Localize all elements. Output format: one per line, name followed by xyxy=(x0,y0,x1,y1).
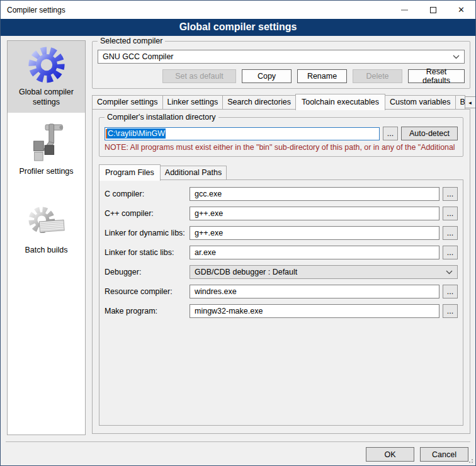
field-row-linker-static: Linker for static libs: ... xyxy=(105,246,458,259)
main-panel: Selected compiler GNU GCC Compiler Set a… xyxy=(92,40,470,434)
tab-linker-settings[interactable]: Linker settings xyxy=(162,95,224,110)
tab-scroll-controls: ◂ ▸ xyxy=(465,96,476,110)
debugger-select-value: GDB/CDB debugger : Default xyxy=(195,268,442,276)
field-label: C++ compiler: xyxy=(105,209,186,218)
auto-detect-button[interactable]: Auto-detect xyxy=(401,127,458,140)
gear-blue-icon xyxy=(27,45,66,84)
sidebar-item-profiler-settings[interactable]: Profiler settings xyxy=(8,118,85,183)
tab-compiler-settings[interactable]: Compiler settings xyxy=(92,95,163,110)
arrow-left-icon: ◂ xyxy=(468,99,472,106)
browse-directory-button[interactable]: ... xyxy=(383,127,398,140)
subtab-program-files[interactable]: Program Files xyxy=(99,164,161,181)
field-row-debugger: Debugger: GDB/CDB debugger : Default xyxy=(105,265,458,279)
program-files-panel: C compiler: ... C++ compiler: ... Linker… xyxy=(99,179,463,426)
cancel-button[interactable]: Cancel xyxy=(420,447,468,462)
field-label: Linker for static libs: xyxy=(105,248,186,257)
ok-button[interactable]: OK xyxy=(366,447,414,462)
c-compiler-input[interactable] xyxy=(190,187,439,201)
profiler-icon xyxy=(27,122,66,164)
browse-button[interactable]: ... xyxy=(443,207,458,220)
field-row-make-program: Make program: ... xyxy=(105,304,458,318)
tab-search-directories[interactable]: Search directories xyxy=(222,95,296,110)
browse-button[interactable]: ... xyxy=(443,246,458,259)
debugger-select[interactable]: GDB/CDB debugger : Default xyxy=(190,265,458,279)
maximize-button[interactable] xyxy=(419,1,447,19)
resize-grip-icon[interactable] xyxy=(467,457,473,463)
chevron-down-icon xyxy=(453,55,460,59)
page-title: Global compiler settings xyxy=(1,19,475,36)
tab-scroll-left-button[interactable]: ◂ xyxy=(465,96,476,108)
copy-button[interactable]: Copy xyxy=(242,69,292,83)
batch-builds-icon xyxy=(27,203,66,242)
sidebar-item-label: Batch builds xyxy=(25,246,67,256)
field-label: Resource compiler: xyxy=(105,287,186,296)
selected-path-text: C:\raylib\MinGW xyxy=(107,128,166,139)
field-label: Make program: xyxy=(105,307,186,315)
browse-button[interactable]: ... xyxy=(443,187,458,201)
close-button[interactable]: ✕ xyxy=(447,1,475,19)
note-text: NOTE: All programs must exist either in … xyxy=(105,143,458,152)
field-row-c-compiler: C compiler: ... xyxy=(105,187,458,201)
field-row-resource-compiler: Resource compiler: ... xyxy=(105,285,458,298)
compiler-settings-dialog: Compiler settings ✕ Global compiler sett… xyxy=(0,0,476,466)
footer-separator xyxy=(6,441,470,442)
subtab-additional-paths[interactable]: Additional Paths xyxy=(160,166,227,180)
set-as-default-button[interactable]: Set as default xyxy=(162,69,236,83)
install-dir-groupbox: Compiler's installation directory C:\ray… xyxy=(99,117,463,157)
browse-button[interactable]: ... xyxy=(443,226,458,240)
tab-toolchain-executables[interactable]: Toolchain executables xyxy=(295,94,385,110)
compiler-select[interactable]: GNU GCC Compiler xyxy=(98,50,465,64)
minimize-icon xyxy=(401,9,408,11)
make-program-input[interactable] xyxy=(190,304,439,318)
sidebar-item-batch-builds[interactable]: Batch builds xyxy=(8,199,85,261)
settings-tabstrip: Compiler settings Linker settings Search… xyxy=(92,94,470,110)
install-dir-row: C:\raylib\MinGW ... Auto-detect xyxy=(105,127,458,140)
browse-button[interactable]: ... xyxy=(443,285,458,298)
reset-defaults-button[interactable]: Reset defaults xyxy=(408,69,465,83)
program-files-tabstrip: Program Files Additional Paths xyxy=(99,165,463,180)
resource-compiler-input[interactable] xyxy=(190,285,439,298)
compiler-select-value: GNU GCC Compiler xyxy=(103,52,449,61)
linker-static-input[interactable] xyxy=(190,246,439,259)
tab-build-options[interactable]: Build xyxy=(455,95,465,110)
sidebar-item-label: Global compiler settings xyxy=(10,88,82,107)
titlebar: Compiler settings ✕ xyxy=(1,1,475,19)
group-label: Selected compiler xyxy=(98,37,165,45)
field-row-linker-dynamic: Linker for dynamic libs: ... xyxy=(105,226,458,240)
sidebar-item-label: Profiler settings xyxy=(19,167,73,177)
toolchain-executables-tabpage: Compiler's installation directory C:\ray… xyxy=(92,109,470,434)
field-row-cpp-compiler: C++ compiler: ... xyxy=(105,207,458,220)
field-label: C compiler: xyxy=(105,190,186,198)
installation-directory-input[interactable]: C:\raylib\MinGW xyxy=(105,127,380,140)
field-label: Linker for dynamic libs: xyxy=(105,229,186,237)
selected-compiler-groupbox: Selected compiler GNU GCC Compiler Set a… xyxy=(92,41,470,89)
field-label: Debugger: xyxy=(105,268,186,276)
group-label: Compiler's installation directory xyxy=(105,113,218,122)
sidebar: Global compiler settings Profiler settin… xyxy=(7,40,86,435)
compiler-actions: Set as default Copy Rename Delete Reset … xyxy=(98,69,465,83)
browse-button[interactable]: ... xyxy=(443,304,458,318)
sidebar-item-global-compiler-settings[interactable]: Global compiler settings xyxy=(8,41,85,113)
close-icon: ✕ xyxy=(458,6,465,14)
maximize-icon xyxy=(430,7,436,13)
window-title: Compiler settings xyxy=(1,6,390,14)
rename-button[interactable]: Rename xyxy=(297,69,347,83)
delete-button[interactable]: Delete xyxy=(353,69,402,83)
linker-dynamic-input[interactable] xyxy=(190,226,439,240)
cpp-compiler-input[interactable] xyxy=(190,207,439,220)
tab-custom-variables[interactable]: Custom variables xyxy=(385,95,456,110)
footer-buttons: OK Cancel xyxy=(366,447,468,462)
minimize-button[interactable] xyxy=(390,1,419,19)
chevron-down-icon xyxy=(446,270,453,275)
